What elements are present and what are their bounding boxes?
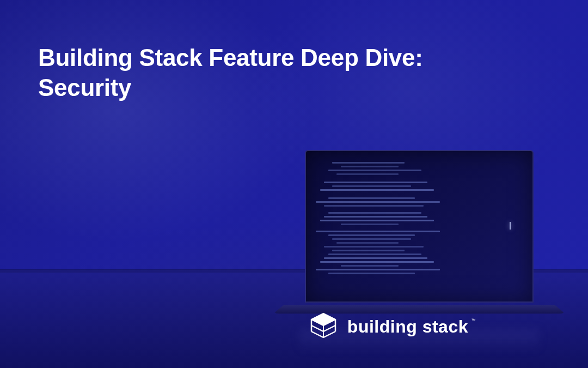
brand-name-text: building stack bbox=[347, 317, 468, 336]
code-line bbox=[324, 216, 427, 218]
code-line bbox=[320, 220, 434, 221]
stack-icon bbox=[308, 311, 339, 342]
code-line bbox=[341, 265, 399, 267]
brand-name: building stack ™ bbox=[347, 317, 468, 337]
headline-line-1: Building Stack Feature Deep Dive: bbox=[38, 44, 423, 71]
code-line bbox=[320, 261, 434, 263]
code-line bbox=[324, 246, 423, 248]
code-line bbox=[324, 205, 423, 207]
code-editor-mock bbox=[306, 151, 532, 301]
code-line bbox=[316, 269, 440, 270]
code-line bbox=[328, 234, 415, 236]
code-line bbox=[328, 254, 421, 255]
headline-line-2: Security bbox=[38, 74, 131, 101]
code-line bbox=[328, 273, 415, 274]
code-line bbox=[332, 185, 411, 187]
code-line bbox=[316, 201, 440, 203]
hero-banner: Building Stack Feature Deep Dive: Securi… bbox=[0, 0, 588, 368]
trademark-symbol: ™ bbox=[471, 318, 476, 323]
code-line bbox=[336, 173, 399, 175]
code-line bbox=[332, 238, 411, 240]
text-cursor bbox=[510, 222, 511, 230]
brand-logo: building stack ™ bbox=[308, 311, 468, 342]
code-line bbox=[316, 231, 440, 232]
code-line bbox=[328, 170, 421, 171]
code-line bbox=[332, 250, 405, 251]
code-line bbox=[332, 162, 405, 164]
laptop-illustration bbox=[283, 150, 555, 335]
code-line bbox=[328, 197, 415, 199]
page-title: Building Stack Feature Deep Dive: Securi… bbox=[38, 43, 550, 102]
code-line bbox=[336, 242, 399, 244]
code-line bbox=[324, 257, 427, 259]
code-line bbox=[320, 189, 434, 191]
code-line bbox=[341, 166, 399, 167]
code-line bbox=[328, 212, 421, 214]
code-line bbox=[324, 182, 427, 183]
laptop-screen bbox=[305, 150, 534, 303]
code-line bbox=[341, 224, 399, 225]
